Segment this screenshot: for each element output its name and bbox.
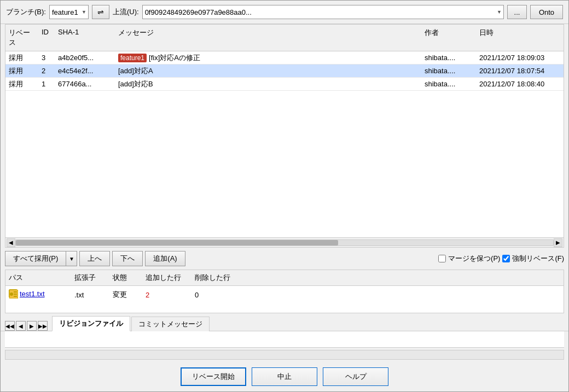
nav-prev-button[interactable]: ◀ <box>16 321 26 331</box>
help-button[interactable]: ヘルプ <box>323 367 388 386</box>
commit-table-area: リベース ID SHA-1 メッセージ 作者 日時 採用 3 a4b2e0f5.… <box>5 24 564 248</box>
nav-next-button[interactable]: ▶ <box>27 321 37 331</box>
col-message: メッセージ <box>115 27 421 49</box>
cell-message-0: feature1[fix]対応Aの修正 <box>115 52 421 64</box>
onto-button[interactable]: Onto <box>530 5 563 19</box>
adopt-all-dropdown[interactable]: ▼ <box>66 251 77 266</box>
bottom-bar: リベース開始 中止 ヘルプ <box>1 362 568 391</box>
cell-author-2: shibata.... <box>421 79 476 89</box>
keep-merge-label[interactable]: マージを保つ(P) <box>448 254 500 264</box>
col-sha: SHA-1 <box>55 27 115 49</box>
svg-rect-3 <box>14 294 17 295</box>
col-date: 日時 <box>476 27 564 49</box>
force-rebase-label[interactable]: 強制リベース(F) <box>512 254 564 264</box>
cell-sha-2: 677466a... <box>55 79 115 89</box>
branch-select-wrapper[interactable]: feature1 <box>49 5 89 19</box>
keep-merge-group: マージを保つ(P) <box>438 254 500 264</box>
dots-button[interactable]: ... <box>507 5 527 19</box>
cell-id-0: 3 <box>38 52 55 63</box>
fp-cell-status-0: 変更 <box>109 289 142 301</box>
table-header: リベース ID SHA-1 メッセージ 作者 日時 <box>5 25 564 51</box>
cell-date-2: 2021/12/07 18:08:40 <box>476 79 564 89</box>
action-bar: すべて採用(P) ▼ 上へ 下へ 追加(A) マージを保つ(P) 強制リベース(… <box>1 248 568 270</box>
upstream-label: 上流(U): <box>113 7 139 17</box>
scroll-thumb[interactable] <box>16 240 338 245</box>
cell-rebase-1: 採用 <box>5 65 38 77</box>
cell-date-1: 2021/12/07 18:07:54 <box>476 66 564 76</box>
file-icon: test1.txt <box>9 289 45 298</box>
branch-select[interactable]: feature1 <box>49 5 89 19</box>
start-rebase-button[interactable]: リベース開始 <box>181 367 246 386</box>
add-button[interactable]: 追加(A) <box>145 251 185 266</box>
fp-col-ext: 拡張子 <box>71 272 109 284</box>
fp-col-status: 状態 <box>109 272 142 284</box>
cell-rebase-2: 採用 <box>5 78 38 90</box>
cell-id-2: 1 <box>38 79 55 89</box>
cell-sha-0: a4b2e0f5... <box>55 52 115 63</box>
fp-col-deleted: 削除した行 <box>191 272 235 284</box>
cell-rebase-0: 採用 <box>5 52 38 64</box>
svg-point-1 <box>10 292 13 296</box>
branch-label: ブランチ(B): <box>6 7 46 17</box>
fp-col-path: パス <box>5 272 71 284</box>
tab-revision-files[interactable]: リビジョンファイル <box>52 316 130 331</box>
table-row[interactable]: 採用 1 677466a... [add]対応B shibata.... 202… <box>5 78 564 91</box>
cell-author-1: shibata.... <box>421 66 476 76</box>
top-bar: ブランチ(B): feature1 ⇌ 上流(U): 0f90924849269… <box>1 1 568 24</box>
tab-bar: ◀◀ ◀ ▶ ▶▶ リビジョンファイル コミットメッセージ <box>1 315 568 331</box>
cell-message-1: [add]対応A <box>115 65 421 77</box>
fp-cell-path-0[interactable]: test1.txt <box>5 288 71 301</box>
table-row[interactable]: 採用 2 e4c54e2f... [add]対応A shibata.... 20… <box>5 65 564 78</box>
branch-tag-0: feature1 <box>118 54 147 62</box>
fp-cell-ext-0: .txt <box>71 290 109 300</box>
col-author: 作者 <box>421 27 476 49</box>
adopt-all-group: すべて採用(P) ▼ <box>5 251 77 266</box>
tab-commit-message[interactable]: コミットメッセージ <box>131 317 210 331</box>
svg-rect-4 <box>14 296 17 297</box>
swap-button[interactable]: ⇌ <box>92 5 109 19</box>
table-row[interactable]: 採用 3 a4b2e0f5... feature1[fix]対応Aの修正 shi… <box>5 51 564 65</box>
nav-last-button[interactable]: ▶▶ <box>38 321 48 331</box>
upstream-select-wrapper[interactable]: 0f90924849269e0977a9e88aa0... <box>142 5 504 19</box>
scroll-right-button[interactable]: ▶ <box>554 238 562 247</box>
horizontal-scrollbar[interactable]: ◀ ▶ <box>5 237 564 247</box>
fp-cell-added-0: 2 <box>142 290 191 300</box>
force-rebase-checkbox[interactable] <box>502 255 510 262</box>
tab-content-area <box>5 331 564 348</box>
cancel-button[interactable]: 中止 <box>252 367 317 386</box>
cell-sha-1: e4c54e2f... <box>55 66 115 76</box>
scroll-left-button[interactable]: ◀ <box>7 238 15 247</box>
cell-author-0: shibata.... <box>421 52 476 63</box>
up-button[interactable]: 上へ <box>79 251 110 266</box>
nav-first-button[interactable]: ◀◀ <box>5 321 15 331</box>
keep-merge-checkbox[interactable] <box>438 255 446 262</box>
dialog: ブランチ(B): feature1 ⇌ 上流(U): 0f90924849269… <box>0 0 569 392</box>
progress-bar <box>5 350 564 360</box>
file-icon-image <box>9 289 18 298</box>
cell-date-0: 2021/12/07 18:09:03 <box>476 52 564 63</box>
file-link[interactable]: test1.txt <box>20 290 45 298</box>
cell-message-2: [add]対応B <box>115 78 421 90</box>
cell-id-1: 2 <box>38 66 55 76</box>
file-panel: パス 拡張子 状態 追加した行 削除した行 <box>5 270 564 313</box>
file-panel-row[interactable]: test1.txt .txt 変更 2 0 <box>5 286 564 303</box>
svg-rect-2 <box>14 291 17 292</box>
fp-col-added: 追加した行 <box>142 272 191 284</box>
adopt-all-button[interactable]: すべて採用(P) <box>5 251 66 266</box>
fp-cell-deleted-0: 0 <box>191 290 235 300</box>
upstream-select[interactable]: 0f90924849269e0977a9e88aa0... <box>142 5 504 19</box>
force-rebase-group: 強制リベース(F) <box>502 254 564 264</box>
nav-buttons: ◀◀ ◀ ▶ ▶▶ <box>5 321 48 331</box>
file-panel-header: パス 拡張子 状態 追加した行 削除した行 <box>5 270 564 286</box>
table-body: 採用 3 a4b2e0f5... feature1[fix]対応Aの修正 shi… <box>5 51 564 237</box>
down-button[interactable]: 下へ <box>112 251 143 266</box>
col-id: ID <box>38 27 55 49</box>
col-rebase: リベース <box>5 27 38 49</box>
scroll-track[interactable] <box>15 239 554 246</box>
